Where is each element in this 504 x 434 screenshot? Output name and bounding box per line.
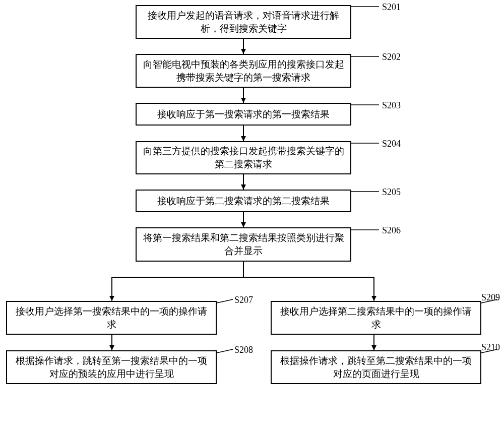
- step-s201-id: S201: [382, 2, 401, 13]
- step-s205-id: S205: [382, 187, 401, 198]
- svg-line-18: [217, 349, 233, 353]
- step-s201: 接收用户发起的语音请求，对语音请求进行解析，得到搜索关键字: [136, 5, 351, 39]
- step-s203-id: S203: [382, 100, 401, 111]
- step-s208-id: S208: [234, 345, 253, 355]
- step-s209-id: S209: [481, 292, 500, 303]
- step-s205: 接收响应于第二搜索请求的第二搜索结果: [136, 190, 351, 212]
- step-s207-text: 接收用户选择第一搜索结果中的一项的操作请求: [11, 305, 212, 331]
- step-s210: 根据操作请求，跳转至第二搜索结果中的一项对应的页面进行呈现: [271, 350, 481, 384]
- step-s206-id: S206: [382, 225, 401, 236]
- step-s204-text: 向第三方提供的搜索接口发起携带搜索关键字的第二搜索请求: [141, 145, 346, 170]
- step-s207: 接收用户选择第一搜索结果中的一项的操作请求: [6, 301, 217, 335]
- step-s210-text: 根据操作请求，跳转至第二搜索结果中的一项对应的页面进行呈现: [276, 354, 476, 380]
- step-s203: 接收响应于第一搜索请求的第一搜索结果: [136, 103, 351, 126]
- step-s206: 将第一搜索结果和第二搜索结果按照类别进行聚合并显示: [136, 227, 351, 262]
- step-s208-text: 根据操作请求，跳转至第一搜索结果中的一项对应的预装的应用中进行呈现: [11, 354, 212, 380]
- step-s210-id: S210: [481, 342, 500, 353]
- step-s209: 接收用户选择第二搜索结果中的一项的操作请求: [271, 301, 481, 335]
- step-s206-text: 将第一搜索结果和第二搜索结果按照类别进行聚合并显示: [141, 231, 346, 257]
- step-s201-text: 接收用户发起的语音请求，对语音请求进行解析，得到搜索关键字: [141, 9, 346, 35]
- step-s209-text: 接收用户选择第二搜索结果中的一项的操作请求: [276, 305, 476, 331]
- step-s202-text: 向智能电视中预装的各类别应用的搜索接口发起携带搜索关键字的第一搜索请求: [141, 58, 346, 84]
- step-s202-id: S202: [382, 52, 401, 63]
- step-s207-id: S207: [234, 295, 253, 305]
- step-s204-id: S204: [382, 139, 401, 149]
- step-s208: 根据操作请求，跳转至第一搜索结果中的一项对应的预装的应用中进行呈现: [6, 350, 217, 384]
- step-s203-text: 接收响应于第一搜索请求的第一搜索结果: [157, 108, 330, 121]
- step-s204: 向第三方提供的搜索接口发起携带搜索关键字的第二搜索请求: [136, 141, 351, 174]
- step-s202: 向智能电视中预装的各类别应用的搜索接口发起携带搜索关键字的第一搜索请求: [136, 54, 351, 88]
- step-s205-text: 接收响应于第二搜索请求的第二搜索结果: [157, 195, 330, 208]
- svg-line-17: [217, 299, 233, 303]
